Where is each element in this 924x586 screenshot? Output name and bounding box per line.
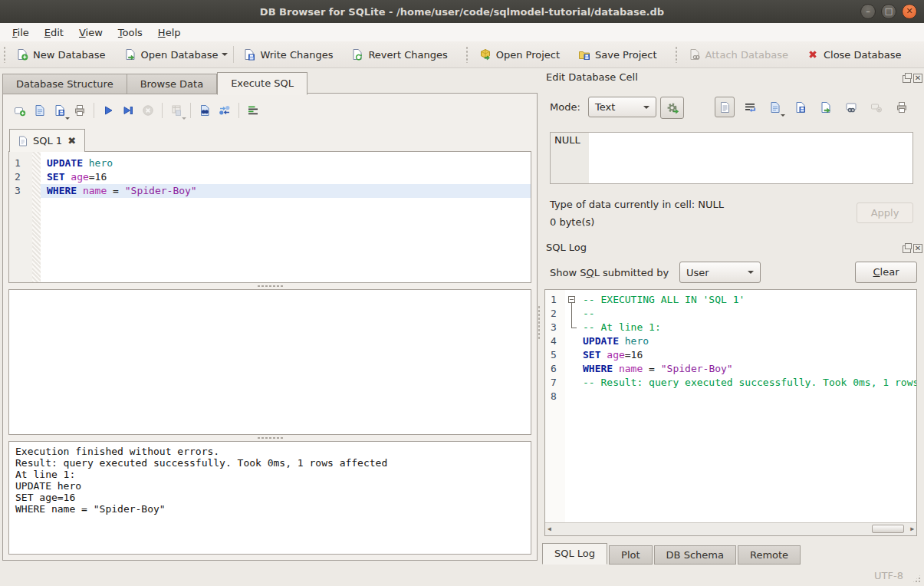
import-dropdown-icon[interactable] bbox=[781, 114, 785, 117]
toolbar-handle[interactable] bbox=[465, 46, 469, 63]
tab-browse-data[interactable]: Browse Data bbox=[127, 74, 218, 94]
find-button[interactable] bbox=[195, 100, 215, 120]
link-icon bbox=[845, 101, 857, 114]
code-line: 1-- EXECUTING ALL IN 'SQL 1' bbox=[545, 293, 916, 307]
find-icon bbox=[199, 104, 211, 117]
execution-messages[interactable]: Execution finished without errors.Result… bbox=[8, 441, 531, 555]
attach-database-button[interactable]: Attach Database bbox=[685, 45, 792, 64]
menu-help[interactable]: Help bbox=[150, 25, 189, 40]
replace-icon bbox=[219, 104, 231, 117]
mode-select[interactable]: Text bbox=[588, 97, 656, 117]
tab-execute-sql[interactable]: Execute SQL bbox=[217, 72, 307, 95]
float-panel-icon[interactable] bbox=[903, 245, 911, 253]
save-sql-file-icon bbox=[54, 104, 66, 117]
menu-tools[interactable]: Tools bbox=[110, 25, 150, 40]
resize-grip-icon[interactable] bbox=[912, 574, 922, 584]
open-project-button[interactable]: Open Project bbox=[475, 45, 564, 64]
tab-remote[interactable]: Remote bbox=[738, 545, 801, 565]
tab-sql-log[interactable]: SQL Log bbox=[542, 543, 607, 565]
horizontal-scrollbar[interactable]: ◀ ▶ bbox=[545, 522, 916, 535]
save-results-button[interactable] bbox=[166, 100, 186, 120]
sql-editor[interactable]: 1UPDATE hero2SET age=163WHERE name = "Sp… bbox=[8, 151, 531, 283]
new-sql-tab-icon bbox=[14, 104, 26, 117]
scroll-right-icon[interactable]: ▶ bbox=[910, 524, 914, 535]
open-sql-file-button[interactable] bbox=[30, 100, 50, 120]
tab-database-structure[interactable]: Database Structure bbox=[2, 74, 127, 94]
import-from-file-button[interactable] bbox=[765, 97, 785, 117]
save-project-button[interactable]: Save Project bbox=[574, 45, 661, 64]
menu-file[interactable]: File bbox=[5, 25, 37, 40]
vertical-splitter[interactable] bbox=[538, 305, 541, 341]
maximize-icon[interactable]: □ bbox=[881, 4, 896, 19]
replace-button[interactable] bbox=[215, 100, 235, 120]
clear-log-button[interactable]: Clear bbox=[855, 262, 917, 283]
menu-view[interactable]: View bbox=[71, 25, 110, 40]
print-cell-button[interactable] bbox=[892, 97, 912, 117]
close-icon[interactable]: ✕ bbox=[902, 4, 917, 19]
open-project-icon bbox=[479, 48, 492, 61]
horizontal-splitter[interactable] bbox=[8, 283, 531, 289]
save-to-file-icon bbox=[794, 101, 807, 114]
print-button[interactable] bbox=[70, 100, 90, 120]
write-changes-icon bbox=[243, 48, 255, 61]
float-panel-icon[interactable] bbox=[903, 75, 911, 83]
format-sql-icon bbox=[247, 104, 259, 117]
cell-value-editor[interactable]: NULL bbox=[550, 132, 913, 184]
auto-apply-button[interactable] bbox=[660, 97, 684, 119]
link-button[interactable] bbox=[841, 97, 861, 117]
execute-sql-page: SQL 1 ✖ 1UPDATE hero2SET age=163WHERE na… bbox=[2, 93, 538, 561]
close-database-button[interactable]: Close Database bbox=[803, 45, 906, 64]
edit-cell-panel-title: Edit Database Cell bbox=[546, 71, 638, 83]
main-tab-bar: Database Structure Browse Data Execute S… bbox=[2, 72, 307, 94]
results-pane[interactable] bbox=[8, 289, 531, 435]
word-wrap-button[interactable] bbox=[740, 97, 760, 117]
fold-marker-icon[interactable] bbox=[565, 307, 580, 321]
fold-marker-icon[interactable] bbox=[565, 321, 580, 334]
toolbar-handle[interactable] bbox=[675, 46, 678, 63]
close-panel-icon[interactable]: ✕ bbox=[913, 74, 922, 83]
write-changes-button[interactable]: Write Changes bbox=[239, 45, 337, 64]
execute-all-button[interactable] bbox=[98, 100, 118, 120]
apply-button[interactable]: Apply bbox=[857, 202, 913, 223]
new-database-icon bbox=[16, 48, 28, 61]
text-mode-button[interactable] bbox=[715, 97, 735, 117]
stop-button[interactable] bbox=[138, 100, 158, 120]
save-to-file-button[interactable] bbox=[791, 97, 811, 117]
cell-type-info: Type of data currently in cell: NULL bbox=[550, 199, 724, 210]
horizontal-splitter[interactable] bbox=[8, 435, 531, 441]
open-database-dropdown-icon[interactable] bbox=[222, 53, 228, 56]
sql-log-code: 1-- EXECUTING ALL IN 'SQL 1'2--3-- At li… bbox=[545, 290, 916, 403]
scrollbar-thumb[interactable] bbox=[872, 525, 904, 533]
save-results-icon bbox=[170, 104, 182, 117]
scroll-left-icon[interactable]: ◀ bbox=[547, 524, 551, 535]
revert-changes-button[interactable]: Revert Changes bbox=[347, 45, 451, 64]
save-sql-file-button[interactable] bbox=[50, 100, 70, 120]
sql-log-view[interactable]: 1-- EXECUTING ALL IN 'SQL 1'2--3-- At li… bbox=[544, 289, 917, 536]
sql-document-icon bbox=[18, 136, 28, 146]
tab-db-schema[interactable]: DB Schema bbox=[654, 545, 736, 565]
code-line: 8 bbox=[545, 390, 916, 403]
set-null-button[interactable] bbox=[866, 97, 886, 117]
export-button[interactable] bbox=[816, 97, 836, 117]
close-tab-icon[interactable]: ✖ bbox=[67, 135, 76, 146]
open-database-button[interactable]: Open Database bbox=[120, 45, 222, 64]
message-line: Execution finished without errors. bbox=[15, 446, 524, 457]
import-from-file-icon bbox=[769, 101, 781, 114]
toolbar-handle[interactable] bbox=[3, 46, 6, 63]
close-panel-icon[interactable]: ✕ bbox=[913, 244, 922, 253]
log-filter-select[interactable]: User bbox=[679, 262, 761, 283]
cell-editor-toolbar bbox=[715, 97, 912, 117]
sql-log-dock-buttons: ✕ bbox=[903, 243, 922, 253]
sql-file-tab[interactable]: SQL 1 ✖ bbox=[9, 129, 85, 152]
toolbar-separator bbox=[94, 103, 94, 118]
minimize-icon[interactable]: – bbox=[860, 4, 876, 19]
format-sql-button[interactable] bbox=[243, 100, 263, 120]
fold-marker-icon[interactable] bbox=[565, 293, 580, 307]
print-icon bbox=[896, 101, 908, 114]
new-database-button[interactable]: New Database bbox=[12, 45, 110, 64]
tab-plot[interactable]: Plot bbox=[609, 545, 653, 565]
title-bar[interactable]: DB Browser for SQLite - /home/user/code/… bbox=[0, 0, 924, 24]
new-sql-tab-button[interactable] bbox=[10, 100, 30, 120]
menu-edit[interactable]: Edit bbox=[37, 25, 71, 40]
execute-current-line-button[interactable] bbox=[118, 100, 138, 120]
